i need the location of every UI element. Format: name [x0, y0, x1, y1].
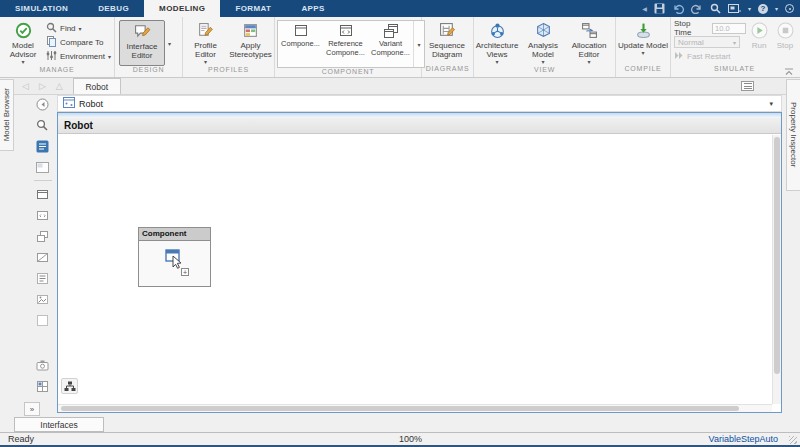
breadcrumb-item[interactable]: Robot — [79, 99, 103, 109]
status-text: Ready — [8, 434, 34, 444]
tab-format[interactable]: FORMAT — [220, 0, 286, 17]
viewmark-icon[interactable] — [33, 356, 53, 374]
component-block[interactable]: Component + — [138, 227, 211, 287]
stop-label: Stop — [777, 41, 793, 50]
app-window: SIMULATION DEBUG MODELING FORMAT APPS ◀ … — [0, 0, 800, 447]
allocation-editor-button[interactable]: Allocation Editor ▾ — [566, 20, 612, 66]
reference-component-button[interactable]: Reference Compone... — [323, 21, 368, 67]
save-icon[interactable] — [654, 3, 665, 14]
interfaces-panel-tab[interactable]: Interfaces — [14, 417, 104, 432]
fast-restart-button[interactable]: Fast Restart — [674, 49, 746, 63]
group-design: Interface Editor ▾ DESIGN — [115, 17, 183, 77]
chevron-down-icon[interactable]: ▾ — [775, 5, 778, 12]
stop-time-input[interactable] — [712, 23, 746, 34]
profile-editor-label: Profile Editor — [183, 41, 228, 59]
compare-to-button[interactable]: Compare To — [46, 35, 111, 49]
stop-square-icon — [777, 22, 794, 39]
tab-apps[interactable]: APPS — [286, 0, 339, 17]
group-label-design: DESIGN — [115, 66, 182, 77]
stereotype-icon[interactable] — [33, 377, 53, 395]
library-browser-icon[interactable] — [33, 137, 53, 155]
vertical-scrollbar-thumb[interactable] — [774, 137, 780, 374]
model-advisor-button[interactable]: Model Advisor ▾ — [0, 20, 46, 66]
variant-component-label: Variant Compone... — [368, 40, 413, 57]
search-icon[interactable] — [710, 3, 721, 14]
chevron-down-icon: ▾ — [204, 59, 207, 66]
minimap-icon[interactable] — [33, 158, 53, 176]
chevron-down-icon: ▾ — [21, 59, 24, 66]
reference-component-icon — [338, 23, 354, 39]
update-model-button[interactable]: Update Model ▾ — [618, 20, 668, 57]
breadcrumb[interactable]: Robot ▾ — [57, 95, 782, 112]
screenshot-icon[interactable] — [728, 3, 741, 14]
help-icon[interactable]: ? — [758, 4, 768, 14]
property-inspector-tab[interactable]: Property Inspector — [786, 79, 800, 191]
group-label-simulate: SIMULATE — [671, 65, 798, 77]
adapter-icon[interactable] — [33, 248, 53, 266]
horizontal-scrollbar-thumb[interactable] — [61, 406, 739, 411]
chevron-left-icon[interactable]: ◀ — [642, 5, 647, 12]
vertical-scrollbar[interactable] — [772, 135, 781, 404]
component-button[interactable]: Compone... — [278, 21, 323, 67]
status-bar: Ready 100% VariableStepAuto — [0, 432, 800, 445]
apply-stereotypes-icon — [242, 22, 259, 39]
run-label: Run — [752, 41, 767, 50]
area-icon[interactable] — [33, 311, 53, 329]
image-icon[interactable] — [33, 290, 53, 308]
nav-arrows: ◁ ▷ △ — [14, 77, 73, 94]
compare-to-label: Compare To — [60, 38, 103, 47]
tab-simulation[interactable]: SIMULATION — [0, 0, 83, 17]
model-browser-tab[interactable]: Model Browser — [0, 79, 14, 151]
architecture-views-label: Architecture Views — [474, 41, 520, 59]
architecture-views-button[interactable]: Architecture Views ▾ — [474, 20, 520, 66]
variant-component-icon[interactable] — [33, 227, 53, 245]
annotation-icon[interactable] — [33, 269, 53, 287]
chevron-down-icon: ▾ — [168, 40, 171, 47]
component-icon[interactable] — [33, 185, 53, 203]
architecture-model-icon — [63, 97, 75, 110]
profile-editor-button[interactable]: Profile Editor ▾ — [183, 20, 228, 66]
component-gallery: Compone... Reference Compone... Variant … — [277, 20, 425, 68]
palette-overflow-button[interactable]: » — [24, 402, 40, 416]
group-profiles: Profile Editor ▾ Apply Stereotypes PROFI… — [183, 17, 275, 77]
interface-editor-dropdown[interactable]: ▾ — [165, 20, 174, 66]
group-label-profiles: PROFILES — [183, 66, 274, 77]
interface-editor-button[interactable]: Interface Editor — [119, 20, 165, 66]
sequence-diagram-button[interactable]: Sequence Diagram — [422, 20, 472, 59]
variant-component-button[interactable]: Variant Compone... — [368, 21, 413, 67]
chevron-down-icon: ▾ — [641, 50, 644, 57]
chevron-down-icon[interactable]: ▾ — [769, 100, 773, 108]
horizontal-scrollbar[interactable] — [58, 404, 772, 412]
component-label: Compone... — [281, 40, 320, 49]
status-circle-icon[interactable] — [785, 4, 794, 13]
tab-modeling[interactable]: MODELING — [144, 0, 220, 17]
apply-stereotypes-button[interactable]: Apply Stereotypes — [228, 20, 273, 59]
back-icon[interactable]: ◁ — [22, 81, 29, 91]
chevron-down-icon[interactable]: ▾ — [748, 5, 751, 12]
resize-grip[interactable] — [789, 436, 797, 444]
up-icon[interactable]: △ — [56, 81, 63, 91]
document-tab-robot[interactable]: Robot — [73, 78, 121, 94]
component-block-body: + — [139, 241, 210, 286]
simulation-mode-select[interactable]: Normal ▾ — [674, 36, 740, 48]
editor-tabs-menu-icon[interactable] — [741, 81, 754, 91]
environment-button[interactable]: Environment ▾ — [46, 49, 111, 63]
find-button[interactable]: Find ▾ — [46, 21, 111, 35]
allocation-editor-label: Allocation Editor — [566, 41, 612, 59]
hierarchy-badge-icon[interactable] — [61, 378, 78, 394]
hide-panel-icon[interactable] — [33, 95, 53, 113]
reference-component-icon[interactable] — [33, 206, 53, 224]
forward-icon[interactable]: ▷ — [39, 81, 46, 91]
architecture-canvas[interactable]: Component + — [58, 135, 772, 404]
component-icon — [293, 23, 309, 39]
analysis-model-button[interactable]: Analysis Model ▾ — [520, 20, 566, 66]
redo-icon[interactable] — [691, 3, 703, 14]
tab-debug[interactable]: DEBUG — [83, 0, 144, 17]
solver-link[interactable]: VariableStepAuto — [709, 434, 778, 444]
interface-editor-icon — [134, 23, 151, 40]
stop-time-label: Stop Time — [674, 19, 709, 37]
undo-icon[interactable] — [672, 3, 684, 14]
stop-button[interactable]: Stop — [772, 20, 798, 50]
zoom-icon[interactable] — [33, 116, 53, 134]
run-button[interactable]: Run — [746, 20, 772, 50]
